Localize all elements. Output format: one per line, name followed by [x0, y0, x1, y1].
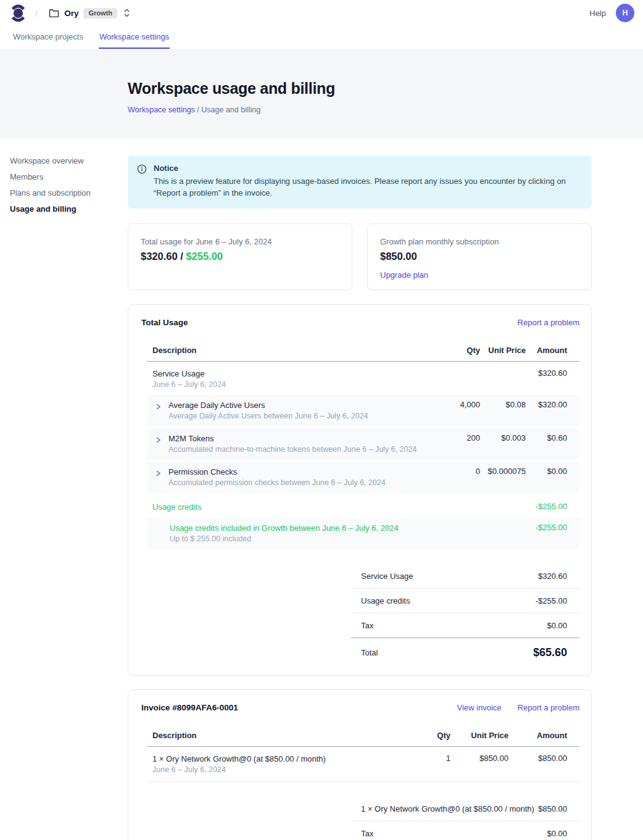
row-amount: $320.00: [526, 400, 579, 409]
usage-table: Description Qty Unit Price Amount Servic…: [147, 341, 579, 549]
row-qty: 4,000: [443, 400, 480, 409]
invoice-title: Invoice #8099AFA6-0001: [141, 703, 238, 712]
tab-workspace-projects[interactable]: Workspace projects: [12, 26, 84, 49]
invoice-line-item-row: 1 × Ory Network Growth@0 (at $850.00 / m…: [147, 747, 579, 782]
sidebar-item-usage-and-billing[interactable]: Usage and billing: [10, 205, 128, 213]
sidebar-item-members[interactable]: Members: [10, 173, 128, 181]
service-usage-group-row: Service Usage June 6 – July 6, 2024 $320…: [147, 362, 579, 395]
col-unit-price: Unit Price: [480, 346, 526, 355]
page-header: Workspace usage and billing Workspace se…: [0, 49, 643, 139]
notice-body: This is a preview feature for displaying…: [154, 176, 582, 199]
usage-credit-detail-row: Usage credits included in Growth between…: [147, 518, 579, 549]
report-problem-link-usage[interactable]: Report a problem: [518, 318, 579, 327]
col-qty: Qty: [443, 346, 480, 355]
totals-grand-total-row: Total $65.60: [351, 638, 579, 663]
invoice-item-unit-price: $850.00: [450, 754, 508, 763]
avatar[interactable]: H: [616, 4, 634, 22]
workspace-name: Ory: [64, 9, 78, 18]
sidebar-item-plans-and-subscription[interactable]: Plans and subscription: [10, 189, 128, 197]
row-subtitle: Accumulated machine-to-machine tokens be…: [168, 444, 417, 454]
usage-credit-amount: $255.00: [186, 251, 223, 262]
invoice-item-title: 1 × Ory Network Growth@0 (at $850.00 / m…: [152, 754, 410, 764]
usage-row-m2m-tokens: M2M Tokens Accumulated machine-to-machin…: [147, 428, 579, 460]
total-usage-period-label: Total usage for June 6 – July 6, 2024: [141, 237, 339, 246]
col-description: Description: [147, 346, 443, 355]
notice-title: Notice: [154, 164, 582, 173]
row-title: M2M Tokens: [168, 433, 417, 444]
plan-subscription-label: Growth plan monthly subscription: [380, 237, 579, 246]
unfold-chevrons-icon: [123, 8, 130, 18]
row-subtitle: Average Daily Active Users between June …: [168, 411, 368, 421]
report-problem-link-invoice[interactable]: Report a problem: [518, 703, 579, 712]
expand-row-button[interactable]: [154, 468, 162, 479]
breadcrumb-current: / Usage and billing: [195, 106, 260, 114]
grand-total-value: $65.60: [533, 646, 567, 659]
row-title: Average Daily Active Users: [168, 400, 368, 410]
credit-row-note: Up to $ 255.00 included: [170, 534, 443, 544]
row-qty: 0: [443, 467, 480, 476]
breadcrumb-settings-link[interactable]: Workspace settings: [128, 106, 195, 114]
plan-subscription-amount: $850.00: [380, 251, 579, 262]
tab-workspace-settings[interactable]: Workspace settings: [99, 26, 170, 49]
invoice-line-total-row: 1 × Ory Network Growth@0 (at $850.00 / m…: [351, 797, 579, 821]
ory-logo-icon[interactable]: [10, 2, 27, 23]
invoice-item-qty: 1: [410, 754, 450, 763]
workspace-tabbar: Workspace projects Workspace settings: [0, 26, 643, 49]
workspace-switcher[interactable]: Ory Growth: [49, 8, 130, 19]
row-subtitle: Accumulated permission checks between Ju…: [168, 478, 386, 488]
invoice-tax-row: Tax $0.00: [351, 821, 579, 840]
col-description: Description: [147, 731, 410, 740]
totals-usage-credits-row: Usage credits -$255.00: [351, 589, 579, 613]
row-unit-price: $0.000075: [480, 467, 526, 476]
col-unit-price: Unit Price: [450, 731, 508, 740]
usage-table-header: Description Qty Unit Price Amount: [147, 341, 579, 362]
invoice-card: Invoice #8099AFA6-0001 View invoice Repo…: [128, 689, 592, 840]
help-link[interactable]: Help: [589, 9, 606, 18]
settings-sidenav: Workspace overview Members Plans and sub…: [10, 139, 128, 840]
col-amount: Amount: [526, 346, 579, 355]
totals-tax-row: Tax $0.00: [351, 613, 579, 638]
total-usage-title: Total Usage: [141, 318, 188, 327]
service-usage-amount: $320.60: [526, 368, 579, 378]
page-title: Workspace usage and billing: [128, 80, 643, 98]
col-qty: Qty: [410, 731, 450, 740]
row-amount: $0.00: [526, 467, 579, 476]
folder-icon: [49, 9, 59, 18]
info-icon: [137, 164, 147, 199]
invoice-item-amount: $850.00: [508, 754, 579, 763]
usage-row-permission-checks: Permission Checks Accumulated permission…: [147, 462, 579, 493]
service-usage-period: June 6 – July 6, 2024: [152, 380, 443, 389]
total-usage-summary-card: Total usage for June 6 – July 6, 2024 $3…: [128, 223, 352, 290]
row-unit-price: $0.003: [480, 433, 526, 443]
totals-service-usage-row: Service Usage $320.60: [351, 564, 579, 589]
row-qty: 200: [443, 433, 480, 443]
invoice-table-header: Description Qty Unit Price Amount: [147, 726, 579, 747]
credit-row-title: Usage credits included in Growth between…: [170, 523, 443, 533]
top-bar: / Ory Growth Help H: [0, 0, 643, 26]
usage-credits-group-row: Usage credits -$255.00: [147, 495, 579, 518]
usage-row-daily-active-users: Average Daily Active Users Average Daily…: [147, 395, 579, 426]
sidebar-item-workspace-overview[interactable]: Workspace overview: [10, 157, 128, 165]
service-usage-title: Service Usage: [152, 368, 443, 379]
invoice-totals: 1 × Ory Network Growth@0 (at $850.00 / m…: [351, 797, 579, 840]
row-unit-price: $0.08: [480, 400, 526, 409]
total-usage-amount: $320.60 / $255.00: [141, 251, 339, 262]
plan-subscription-card: Growth plan monthly subscription $850.00…: [367, 223, 592, 290]
expand-row-button[interactable]: [154, 435, 162, 446]
view-invoice-link[interactable]: View invoice: [457, 703, 502, 712]
expand-row-button[interactable]: [154, 401, 162, 412]
row-title: Permission Checks: [168, 467, 386, 477]
invoice-item-period: June 6 – July 6, 2024: [152, 765, 410, 775]
col-amount: Amount: [508, 731, 579, 740]
credit-row-amount: -$255.00: [526, 523, 579, 532]
usage-totals: Service Usage $320.60 Usage credits -$25…: [351, 564, 579, 663]
usage-credits-amount: -$255.00: [526, 502, 579, 511]
usage-credits-title: Usage credits: [152, 502, 443, 512]
breadcrumb: Workspace settings / Usage and billing: [128, 106, 643, 114]
notice-banner: Notice This is a preview feature for dis…: [128, 156, 592, 209]
row-amount: $0.60: [526, 433, 579, 443]
invoice-table: Description Qty Unit Price Amount 1 × Or…: [147, 726, 579, 782]
upgrade-plan-link[interactable]: Upgrade plan: [380, 270, 428, 280]
total-usage-card: Total Usage Report a problem Description…: [128, 304, 592, 676]
plan-badge: Growth: [83, 8, 117, 19]
